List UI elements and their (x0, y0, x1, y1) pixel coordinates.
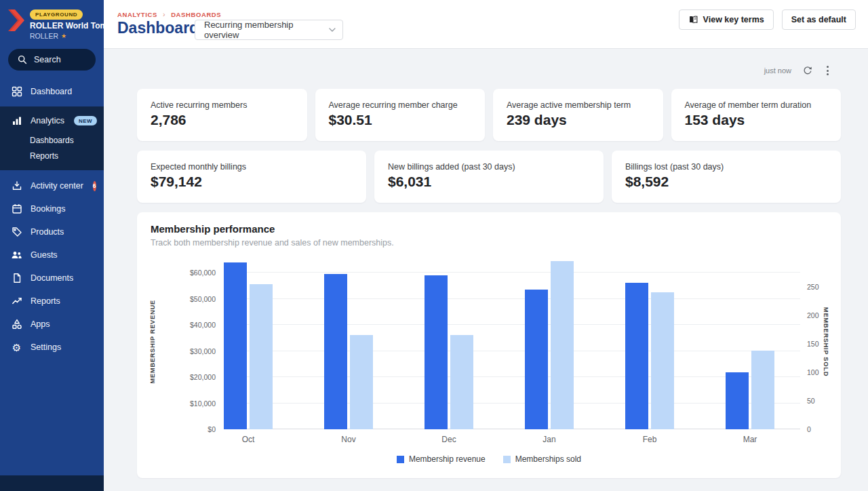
x-axis-label-feb: Feb (623, 435, 677, 444)
legend-label: Membership revenue (409, 454, 486, 464)
right-axis-tick: 200 (807, 311, 834, 320)
left-axis-tick: $20,000 (137, 372, 216, 382)
refresh-button[interactable] (802, 65, 813, 76)
bar-memberships-sold-feb (651, 292, 674, 429)
view-key-terms-button[interactable]: View key terms (679, 9, 774, 30)
sidebar-footer (0, 475, 104, 491)
dashboard-select-value: Recurring membership overview (204, 20, 329, 40)
sidebar-item-settings[interactable]: ⚙ Settings (0, 336, 104, 359)
org-name: ROLLER (30, 32, 58, 40)
sidebar-item-products[interactable]: Products (0, 220, 104, 243)
breadcrumb-dashboards[interactable]: DASHBOARDS (171, 11, 221, 18)
refresh-icon (803, 66, 812, 75)
sidebar-item-label: Apps (31, 319, 50, 329)
sidebar-item-activity-center[interactable]: Activity center 6 (0, 174, 104, 197)
top-header: ANALYTICS › DASHBOARDS Dashboard: Recurr… (104, 0, 868, 49)
guests-people-icon (11, 250, 22, 261)
sidebar-item-label: Dashboard (31, 87, 72, 96)
kpi-value: 239 days (507, 112, 650, 128)
tag-icon (11, 227, 22, 238)
kpi-label: New billings added (past 30 days) (388, 162, 590, 172)
right-axis-tick: 0 (807, 425, 834, 434)
bar-memberships-sold-dec (450, 335, 473, 429)
sidebar-item-bookings[interactable]: Bookings (0, 197, 104, 220)
gridline (224, 272, 800, 273)
sidebar-item-analytics[interactable]: Analytics NEW (0, 109, 104, 132)
left-axis-tick: $50,000 (137, 294, 216, 304)
sidebar-item-label: Documents (31, 273, 73, 283)
main-content: just now Active recurring members 2,786 … (104, 49, 868, 491)
kpi-row-2: Expected monthly billings $79,142 New bi… (137, 151, 841, 203)
bar-memberships-sold-mar (751, 351, 774, 429)
search-icon (18, 55, 27, 64)
bar-memberships-sold-jan (551, 261, 574, 429)
sidebar-item-reports[interactable]: Reports (0, 290, 104, 313)
kpi-card-new-billings: New billings added (past 30 days) $6,031 (374, 151, 604, 203)
gear-icon: ⚙ (11, 342, 22, 353)
sidebar-item-guests[interactable]: Guests (0, 243, 104, 267)
kpi-label: Expected monthly billings (151, 162, 353, 172)
analytics-bars-icon (11, 115, 22, 127)
page-title: Dashboard: (117, 19, 204, 37)
search-input[interactable]: Search (8, 49, 96, 71)
bar-memberships-sold-nov (350, 335, 373, 429)
calendar-icon (11, 203, 22, 215)
membership-performance-chart: Membership performance Track both member… (137, 212, 841, 478)
kpi-card-active-members: Active recurring members 2,786 (137, 89, 307, 141)
gridline (224, 376, 800, 377)
gridline (224, 403, 800, 404)
kpi-label: Average recurring member charge (329, 100, 472, 110)
kpi-label: Active recurring members (151, 100, 294, 110)
kpi-value: 153 days (685, 112, 828, 128)
chart-plot-area (224, 254, 800, 429)
gridline (224, 429, 800, 429)
star-icon: ★ (61, 33, 66, 39)
breadcrumb-separator: › (163, 10, 165, 18)
more-options-button[interactable] (824, 65, 831, 76)
sidebar-item-label: Products (31, 227, 64, 237)
right-axis-tick: 250 (807, 282, 834, 292)
book-icon (688, 15, 698, 24)
account-name: ROLLER World Tom (30, 21, 96, 31)
kpi-value: $8,592 (625, 174, 827, 190)
trend-line-icon (11, 296, 22, 307)
sidebar-item-label: Activity center (31, 181, 83, 191)
legend-item-sold: Memberships sold (503, 454, 581, 464)
sidebar-item-label: Analytics (31, 116, 64, 125)
set-as-default-button[interactable]: Set as default (782, 9, 856, 30)
kpi-card-expected-billings: Expected monthly billings $79,142 (137, 151, 366, 203)
kpi-card-avg-charge: Average recurring member charge $30.51 (315, 89, 486, 141)
x-axis-label-dec: Dec (422, 435, 476, 444)
view-key-terms-label: View key terms (703, 15, 764, 24)
kpi-card-billings-lost: Billings lost (past 30 days) $8,592 (612, 151, 841, 203)
right-axis-tick: 150 (807, 339, 834, 349)
sidebar-subitem-dashboards[interactable]: Dashboards (0, 132, 104, 148)
sidebar-item-documents[interactable]: Documents (0, 267, 104, 290)
bar-membership-revenue-mar (726, 372, 749, 429)
kpi-value: $30.51 (329, 112, 472, 128)
bar-memberships-sold-oct (250, 284, 273, 429)
kpi-value: $79,142 (151, 174, 353, 190)
sidebar-item-apps[interactable]: Apps (0, 313, 104, 336)
right-axis-tick: 100 (807, 368, 834, 377)
bar-membership-revenue-jan (525, 290, 548, 429)
sidebar-item-dashboard[interactable]: Dashboard (0, 80, 104, 103)
kpi-value: 2,786 (151, 112, 294, 128)
chart-legend: Membership revenue Memberships sold (137, 454, 841, 464)
apps-shapes-icon (11, 319, 22, 330)
legend-item-revenue: Membership revenue (397, 454, 486, 464)
left-axis-tick: $40,000 (137, 320, 216, 330)
left-axis-tick: $0 (137, 425, 216, 434)
kpi-value: $6,031 (388, 174, 590, 190)
sidebar-subitem-reports[interactable]: Reports (0, 148, 104, 163)
bar-membership-revenue-feb (625, 283, 648, 429)
kpi-row-1: Active recurring members 2,786 Average r… (137, 89, 841, 141)
dashboard-select[interactable]: Recurring membership overview (195, 20, 343, 40)
activity-center-icon (11, 180, 22, 192)
x-axis-label-oct: Oct (221, 435, 275, 444)
left-axis-tick: $10,000 (137, 399, 216, 408)
breadcrumb-analytics[interactable]: ANALYTICS (117, 11, 157, 18)
sidebar-section-analytics: Analytics NEW Dashboards Reports (0, 106, 104, 170)
new-badge: NEW (74, 116, 97, 125)
document-icon (11, 273, 22, 284)
